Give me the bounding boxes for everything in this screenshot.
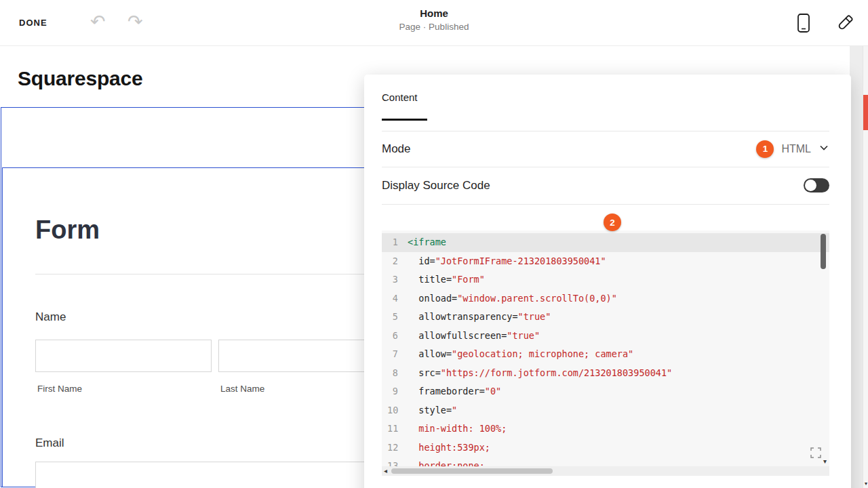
code-line[interactable]: 1<iframe — [382, 233, 829, 252]
mode-dropdown[interactable]: 1 HTML — [756, 140, 829, 158]
page-info-menu[interactable]: Home Page · Published — [399, 7, 469, 32]
line-number: 5 — [387, 308, 408, 327]
form-heading: Form — [35, 216, 100, 245]
code-text: allowfullscreen="true" — [408, 327, 540, 346]
line-number: 2 — [387, 252, 408, 271]
done-button[interactable]: DONE — [19, 18, 47, 28]
last-name-sublabel: Last Name — [220, 384, 264, 394]
tab-content[interactable]: Content — [382, 92, 418, 103]
page-title: Home — [399, 7, 469, 19]
code-scroll-down-arrow-icon[interactable]: ▾ — [823, 458, 827, 465]
code-line[interactable]: 4 onload="window.parent.scrollTo(0,0)" — [382, 289, 829, 308]
code-line[interactable]: 7 allow="geolocation; microphone; camera… — [382, 345, 829, 364]
undo-icon[interactable]: ↶ — [90, 8, 106, 35]
mode-label: Mode — [382, 142, 411, 156]
display-source-toggle[interactable] — [804, 178, 829, 192]
code-text: height:539px; — [408, 439, 490, 458]
line-number: 11 — [387, 420, 408, 439]
line-number: 7 — [387, 345, 408, 364]
mode-row: Mode 1 HTML — [382, 131, 829, 167]
line-number: 9 — [387, 382, 408, 401]
page-scrollbar-thumb[interactable] — [863, 95, 868, 130]
email-field-label: Email — [35, 436, 64, 450]
code-line[interactable]: 8 src="https://form.jotform.com/21320180… — [382, 364, 829, 383]
code-text: title="Form" — [408, 270, 485, 289]
code-text: onload="window.parent.scrollTo(0,0)" — [408, 289, 617, 308]
code-horizontal-scrollbar[interactable]: ◂ — [382, 466, 829, 476]
code-text: src="https://form.jotform.com/2132018039… — [408, 364, 672, 383]
line-number: 4 — [387, 289, 408, 308]
first-name-sublabel: First Name — [37, 384, 82, 394]
code-horizontal-scrollbar-thumb[interactable] — [391, 468, 553, 474]
chevron-down-icon — [818, 142, 829, 156]
code-line[interactable]: 12 height:539px; — [382, 439, 829, 458]
redo-icon[interactable]: ↷ — [127, 8, 143, 35]
page-subtitle: Page · Published — [399, 22, 469, 32]
code-line[interactable]: 6 allowfullscreen="true" — [382, 327, 829, 346]
first-name-input[interactable] — [35, 340, 212, 372]
content-settings-panel: Content Mode 1 HTML Display Source Code — [364, 75, 851, 488]
top-bar: DONE ↶ ↷ Home Page · Published — [0, 0, 868, 46]
code-line[interactable]: 2 id="JotFormIFrame-213201803950041" — [382, 252, 829, 271]
page-scrollbar[interactable]: ▾ — [863, 46, 868, 488]
code-lines: 1<iframe2 id="JotFormIFrame-213201803950… — [382, 233, 829, 476]
step-badge-1: 1 — [756, 140, 774, 158]
display-source-label: Display Source Code — [382, 179, 490, 192]
code-line[interactable]: 10 style=" — [382, 401, 829, 420]
code-text: style=" — [408, 401, 457, 420]
code-text: allow="geolocation; microphone; camera" — [408, 345, 633, 364]
step-badge-2: 2 — [604, 214, 621, 231]
toggle-knob — [805, 180, 816, 191]
line-number: 3 — [387, 270, 408, 289]
line-number: 12 — [387, 439, 408, 458]
code-text: frameborder="0" — [408, 382, 501, 401]
expand-fullscreen-icon[interactable] — [810, 447, 821, 461]
code-line[interactable]: 5 allowtransparency="true" — [382, 308, 829, 327]
display-source-row: Display Source Code — [382, 167, 829, 204]
code-line[interactable]: 11 min-width: 100%; — [382, 420, 829, 439]
squarespace-editor: DONE ↶ ↷ Home Page · Published Squarespa… — [0, 0, 868, 488]
mode-value: HTML — [781, 143, 811, 155]
line-number: 10 — [387, 401, 408, 420]
code-text: min-width: 100%; — [408, 420, 507, 439]
code-line[interactable]: 3 title="Form" — [382, 270, 829, 289]
paintbrush-styles-icon[interactable] — [836, 14, 854, 35]
mobile-preview-icon[interactable] — [796, 13, 811, 36]
code-vertical-scrollbar-thumb[interactable] — [821, 234, 826, 269]
code-line[interactable]: 9 frameborder="0" — [382, 382, 829, 401]
scrollbar-down-arrow-icon[interactable]: ▾ — [863, 481, 868, 487]
editor-margin — [850, 46, 863, 488]
line-number: 6 — [387, 327, 408, 346]
site-title[interactable]: Squarespace — [18, 67, 143, 90]
line-number: 1 — [387, 233, 408, 252]
active-tab-underline — [382, 119, 427, 121]
code-editor[interactable]: 1<iframe2 id="JotFormIFrame-213201803950… — [382, 230, 829, 476]
divider — [382, 204, 829, 205]
email-input[interactable] — [35, 462, 395, 488]
name-field-label: Name — [35, 310, 66, 324]
line-number: 8 — [387, 364, 408, 383]
code-text: <iframe — [408, 233, 446, 252]
code-scroll-left-arrow-icon[interactable]: ◂ — [384, 467, 387, 475]
code-text: id="JotFormIFrame-213201803950041" — [408, 252, 606, 271]
code-text: allowtransparency="true" — [408, 308, 551, 327]
